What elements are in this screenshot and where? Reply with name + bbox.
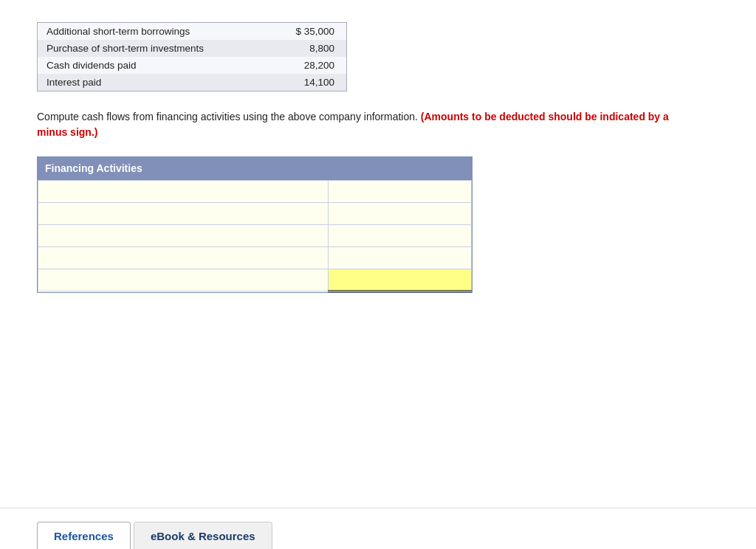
instruction-paragraph: Compute cash flows from financing activi… [37,109,672,140]
fa-amount-cell[interactable] [329,225,472,247]
info-label: Purchase of short-term investments [38,40,262,57]
info-label: Cash dividends paid [38,57,262,74]
info-label: Interest paid [38,74,262,92]
fa-label-input[interactable] [38,247,328,269]
fa-table-row [38,181,472,203]
info-table: Additional short-term borrowings $ 35,00… [37,22,347,92]
fa-amount-input[interactable] [329,225,471,246]
fa-amount-input[interactable] [329,181,471,202]
fa-amount-input[interactable] [329,269,471,290]
instruction-normal-text: Compute cash flows from financing activi… [37,111,418,122]
fa-label-cell[interactable] [38,203,329,225]
fa-label-cell[interactable] [38,225,329,247]
info-table-row: Purchase of short-term investments 8,800 [38,40,347,57]
fa-label-input[interactable] [38,225,328,246]
fa-label-input[interactable] [38,181,328,202]
fa-amount-cell[interactable] [329,203,472,225]
fa-table-row [38,225,472,247]
financing-activities-section: Financing Activities [37,156,472,293]
fa-label-input[interactable] [38,269,328,291]
fa-label-cell[interactable] [38,247,329,269]
fa-label-input[interactable] [38,203,328,224]
fa-label-cell[interactable] [38,269,329,291]
fa-table-row [38,269,472,291]
info-amount: $ 35,000 [261,23,346,41]
info-table-row: Additional short-term borrowings $ 35,00… [38,23,347,41]
fa-amount-input[interactable] [329,247,471,269]
fa-amount-cell[interactable] [329,181,472,203]
info-label: Additional short-term borrowings [38,23,262,41]
info-amount: 28,200 [261,57,346,74]
fa-amount-cell[interactable] [329,247,472,269]
fa-amount-input[interactable] [329,203,471,224]
fa-table-row [38,247,472,269]
fa-label-cell[interactable] [38,181,329,203]
info-table-row: Interest paid 14,100 [38,74,347,92]
fa-table-row [38,203,472,225]
financing-activities-table [38,180,472,292]
info-amount: 8,800 [261,40,346,57]
financing-activities-header: Financing Activities [38,157,472,180]
fa-amount-cell[interactable] [329,269,472,291]
info-amount: 14,100 [261,74,346,92]
info-table-row: Cash dividends paid 28,200 [38,57,347,74]
